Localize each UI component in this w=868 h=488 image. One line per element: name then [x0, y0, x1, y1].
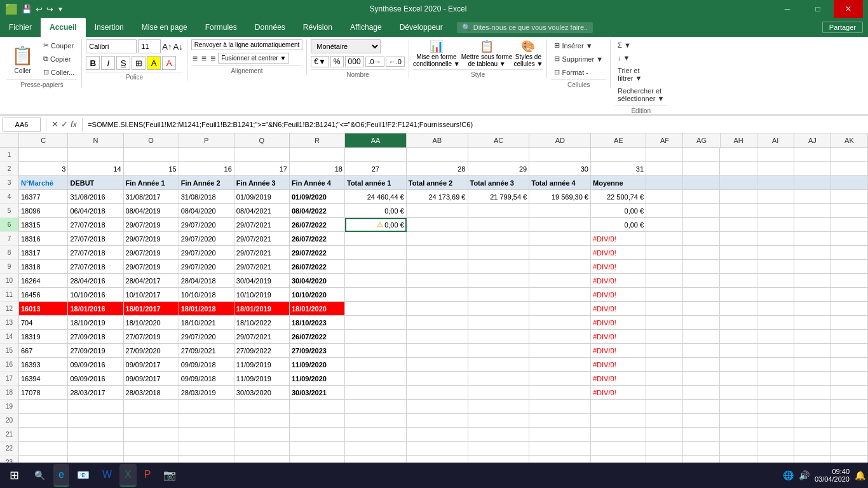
cell-ah20[interactable]	[720, 414, 757, 428]
cell-q9[interactable]: 29/07/2021	[234, 260, 290, 274]
cell-ad8[interactable]	[529, 246, 591, 260]
cell-q5[interactable]: 08/04/2021	[234, 204, 290, 218]
cell-q19[interactable]	[234, 400, 290, 414]
cell-c20[interactable]	[19, 414, 68, 428]
save-btn[interactable]: 💾	[22, 4, 32, 14]
find-select-btn[interactable]: Rechercher etsélectionner ▼	[614, 85, 667, 104]
cell-ab13[interactable]	[407, 316, 468, 330]
cell-n16[interactable]: 09/09/2016	[68, 358, 123, 372]
cell-o20[interactable]	[124, 414, 179, 428]
cell-ag14[interactable]	[683, 330, 720, 344]
cell-ah1[interactable]	[720, 148, 757, 162]
cell-ac13[interactable]	[468, 316, 530, 330]
row-num-13[interactable]: 13	[0, 316, 18, 330]
cell-o17[interactable]: 09/09/2017	[124, 372, 179, 386]
cell-n19[interactable]	[68, 400, 123, 414]
cell-ai19[interactable]	[757, 400, 794, 414]
cell-aa15[interactable]	[345, 344, 407, 358]
cell-q13[interactable]: 18/10/2022	[234, 316, 290, 330]
merge-center-btn[interactable]: Fusionner et centrer ▼	[218, 53, 289, 64]
cell-o21[interactable]	[124, 428, 179, 442]
cell-ad21[interactable]	[529, 428, 591, 442]
cell-ac10[interactable]	[468, 274, 530, 288]
row-num-21[interactable]: 21	[0, 428, 18, 442]
conditional-format-btn[interactable]: 📊 Mise en formeconditionnelle ▼	[413, 39, 460, 67]
cell-c19[interactable]	[19, 400, 68, 414]
cell-ak12[interactable]	[831, 302, 868, 316]
cell-ae4[interactable]: 22 500,74 €	[591, 190, 646, 204]
cell-c5[interactable]: 18096	[19, 204, 68, 218]
cell-ai6[interactable]	[757, 218, 794, 232]
cell-o19[interactable]	[124, 400, 179, 414]
cell-ah2[interactable]	[720, 162, 757, 176]
cell-ag22[interactable]	[683, 442, 720, 456]
col-r[interactable]: R	[290, 133, 345, 147]
cell-p4[interactable]: 31/08/2018	[179, 190, 234, 204]
cell-aj4[interactable]	[794, 190, 831, 204]
paste-btn[interactable]: 📋 Coller	[6, 44, 39, 74]
cell-ah15[interactable]	[720, 344, 757, 358]
cell-ak16[interactable]	[831, 358, 868, 372]
cell-ad9[interactable]	[529, 260, 591, 274]
cell-aa7[interactable]	[345, 232, 407, 246]
cell-aa9[interactable]	[345, 260, 407, 274]
cell-aj11[interactable]	[794, 288, 831, 302]
col-q[interactable]: Q	[234, 133, 290, 147]
font-name-input[interactable]	[86, 39, 137, 53]
cell-q17[interactable]: 11/09/2019	[234, 372, 290, 386]
cell-p8[interactable]: 29/07/2020	[179, 246, 234, 260]
search-btn[interactable]: 🔍	[28, 464, 51, 487]
col-af[interactable]: AF	[646, 133, 683, 147]
cell-ag2[interactable]	[683, 162, 720, 176]
cell-ai1[interactable]	[757, 148, 794, 162]
cell-ah7[interactable]	[720, 232, 757, 246]
cell-r19[interactable]	[290, 400, 345, 414]
cell-n12[interactable]: 18/01/2016	[68, 302, 123, 316]
cell-ai14[interactable]	[757, 330, 794, 344]
cell-ag13[interactable]	[683, 316, 720, 330]
cell-ah6[interactable]	[720, 218, 757, 232]
tab-affichage[interactable]: Affichage	[341, 18, 391, 37]
cell-ah16[interactable]	[720, 358, 757, 372]
row-num-11[interactable]: 11	[0, 288, 18, 302]
cell-p16[interactable]: 09/09/2018	[179, 358, 234, 372]
cell-q18[interactable]: 30/03/2020	[234, 386, 290, 400]
cell-aa4[interactable]: 24 460,44 €	[345, 190, 407, 204]
cell-r1[interactable]	[290, 148, 345, 162]
cell-ak10[interactable]	[831, 274, 868, 288]
col-ab[interactable]: AB	[407, 133, 468, 147]
cell-ah9[interactable]	[720, 260, 757, 274]
cell-ag10[interactable]	[683, 274, 720, 288]
cell-aj2[interactable]	[794, 162, 831, 176]
cell-ai3[interactable]	[757, 176, 794, 190]
cell-aa18[interactable]	[345, 386, 407, 400]
cell-r12[interactable]: 18/01/2020	[290, 302, 345, 316]
cell-aa6[interactable]: ⚠0,00 €	[345, 218, 407, 232]
cell-ac9[interactable]	[468, 260, 530, 274]
cell-p22[interactable]	[179, 442, 234, 456]
cell-ai7[interactable]	[757, 232, 794, 246]
cell-q20[interactable]	[234, 414, 290, 428]
cell-aa11[interactable]	[345, 288, 407, 302]
cell-r10[interactable]: 30/04/2020	[290, 274, 345, 288]
cell-ad11[interactable]	[529, 288, 591, 302]
cell-ae19[interactable]	[591, 400, 646, 414]
cell-c22[interactable]	[19, 442, 68, 456]
cell-q16[interactable]: 11/09/2019	[234, 358, 290, 372]
cell-ah21[interactable]	[720, 428, 757, 442]
col-o[interactable]: O	[124, 133, 179, 147]
volume-icon[interactable]: 🔊	[799, 470, 810, 480]
fill-btn[interactable]: ↓ ▼	[614, 52, 667, 64]
row-num-3[interactable]: 3	[0, 176, 18, 190]
thousands-btn[interactable]: 000	[345, 56, 364, 67]
cell-ae12[interactable]: #DIV/0!	[591, 302, 646, 316]
percent-btn[interactable]: %	[330, 56, 344, 67]
cell-r6[interactable]: 26/07/2022	[290, 218, 345, 232]
taskbar-outlook[interactable]: 📧	[72, 464, 95, 487]
cell-n18[interactable]: 28/03/2017	[68, 386, 123, 400]
close-btn[interactable]: ✕	[834, 0, 863, 18]
cell-ag20[interactable]	[683, 414, 720, 428]
cell-n1[interactable]	[68, 148, 123, 162]
cell-ak5[interactable]	[831, 204, 868, 218]
cell-q15[interactable]: 27/09/2022	[234, 344, 290, 358]
